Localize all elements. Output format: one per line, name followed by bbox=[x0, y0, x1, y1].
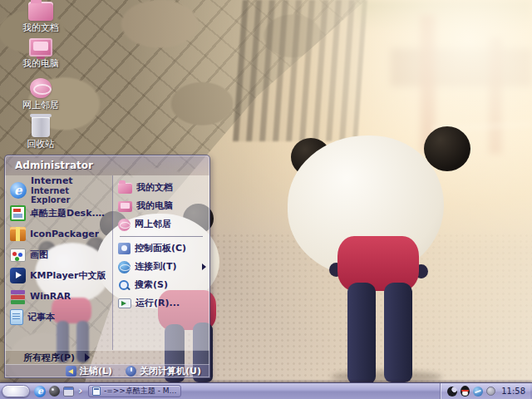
recycle-bin-icon bbox=[32, 116, 50, 137]
menu-item-winrar[interactable]: WinRAR bbox=[8, 286, 111, 307]
menu-item-label: 搜索(S) bbox=[135, 280, 168, 290]
all-programs-arrow-icon bbox=[85, 353, 90, 362]
menu-item-search[interactable]: 搜索(S) bbox=[116, 276, 208, 294]
menu-item-iconpackager[interactable]: IconPackager bbox=[8, 224, 111, 244]
menu-item-label: 运行(R)... bbox=[135, 298, 180, 308]
menu-item-paint[interactable]: 画图 bbox=[8, 244, 111, 265]
quick-launch-bar bbox=[32, 386, 86, 397]
network-places-icon bbox=[118, 219, 131, 231]
menu-item-my-documents[interactable]: 我的文档 bbox=[116, 179, 208, 197]
turn-off-computer-button[interactable]: 关闭计算机(U) bbox=[126, 365, 201, 377]
menu-item-label: 网上邻居 bbox=[135, 219, 171, 229]
panda-ear bbox=[424, 126, 470, 171]
menu-item-network-places[interactable]: 网上邻居 bbox=[116, 215, 208, 234]
run-icon bbox=[118, 298, 131, 308]
all-programs-button[interactable]: 所有程序(P) bbox=[5, 350, 209, 364]
messenger-tray-icon[interactable] bbox=[473, 387, 483, 397]
my-documents-icon bbox=[118, 183, 132, 194]
menu-item-label: Internet bbox=[31, 176, 109, 186]
menu-item-label: KMPlayer中文版 bbox=[30, 271, 106, 281]
menu-item-notepad[interactable]: 记事本 bbox=[8, 307, 111, 328]
winrar-icon bbox=[10, 289, 26, 304]
iconpackager-icon bbox=[10, 227, 26, 241]
log-off-label: 注销(L) bbox=[80, 365, 112, 377]
menu-item-connect-to[interactable]: 连接到(T) bbox=[116, 258, 208, 276]
input-method-tray-icon[interactable] bbox=[447, 387, 457, 397]
menu-item-label: 卓酷主题Desk.ZhuoKu.Com bbox=[30, 209, 109, 219]
submenu-arrow-icon bbox=[202, 264, 206, 270]
taskbar: -=>>卓酷主题 - Mi... 11:58 bbox=[0, 382, 532, 399]
my-computer-icon bbox=[118, 201, 132, 212]
qq-tray-icon[interactable] bbox=[461, 386, 470, 397]
menu-item-label: 连接到(T) bbox=[135, 262, 177, 272]
volume-tray-icon[interactable] bbox=[486, 387, 495, 396]
menu-item-label: WinRAR bbox=[30, 292, 71, 302]
desktop-icon-label: 我的电脑 bbox=[22, 59, 59, 69]
panda-scarf bbox=[337, 236, 419, 291]
quicklaunch-show-desktop-icon[interactable] bbox=[63, 387, 74, 397]
menu-item-label: 画图 bbox=[30, 250, 48, 260]
menu-item-label: 控制面板(C) bbox=[135, 244, 186, 254]
theme-app-icon bbox=[10, 205, 26, 221]
menu-item-kmplayer[interactable]: KMPlayer中文版 bbox=[8, 265, 111, 286]
menu-item-control-panel[interactable]: 控制面板(C) bbox=[116, 239, 208, 258]
my-documents-icon bbox=[28, 2, 53, 21]
start-menu-left-column: Internet Internet Explorer 卓酷主题Desk.Zhuo… bbox=[5, 175, 113, 350]
menu-item-zhuoku-theme[interactable]: 卓酷主题Desk.ZhuoKu.Com bbox=[8, 203, 111, 224]
log-off-icon bbox=[66, 366, 76, 377]
system-tray: 11:58 bbox=[440, 383, 530, 399]
log-off-button[interactable]: 注销(L) bbox=[66, 365, 112, 377]
menu-item-label: IconPackager bbox=[30, 229, 99, 239]
paint-icon bbox=[10, 249, 26, 262]
panda-leg bbox=[384, 283, 412, 382]
all-programs-label: 所有程序(P) bbox=[23, 352, 75, 364]
start-menu-footer: 注销(L) 关闭计算机(U) bbox=[5, 364, 209, 377]
window-page-icon bbox=[92, 387, 101, 396]
menu-item-my-computer[interactable]: 我的电脑 bbox=[116, 197, 208, 215]
network-places-icon bbox=[30, 78, 52, 98]
desktop-screen: 我的文档 我的电脑 网上邻居 回收站 Administrator Interne… bbox=[0, 0, 532, 399]
turn-off-icon bbox=[126, 366, 136, 377]
menu-item-run[interactable]: 运行(R)... bbox=[116, 294, 208, 313]
internet-explorer-icon bbox=[10, 182, 27, 199]
desktop-icon-label: 回收站 bbox=[27, 140, 55, 150]
menu-item-label: 记事本 bbox=[27, 313, 55, 323]
turn-off-label: 关闭计算机(U) bbox=[140, 365, 201, 377]
menu-item-sublabel: Internet Explorer bbox=[31, 186, 109, 204]
menu-item-internet-explorer[interactable]: Internet Internet Explorer bbox=[8, 178, 111, 203]
menu-item-label: 我的电脑 bbox=[136, 201, 173, 211]
desktop-icon-label: 网上邻居 bbox=[22, 101, 59, 111]
panda-leg bbox=[347, 283, 376, 384]
connect-to-icon bbox=[118, 261, 131, 273]
menu-item-label: 我的文档 bbox=[136, 183, 173, 193]
quicklaunch-overflow-chevron-icon[interactable] bbox=[77, 386, 84, 397]
desktop-icon-label: 我的文档 bbox=[22, 23, 59, 33]
taskbar-window-button[interactable]: -=>>卓酷主题 - Mi... bbox=[88, 385, 181, 397]
desktop-icon-network-places[interactable]: 网上邻居 bbox=[12, 78, 70, 111]
control-panel-icon bbox=[118, 243, 131, 254]
desktop-icon-recycle-bin[interactable]: 回收站 bbox=[12, 116, 70, 150]
start-menu-right-column: 我的文档 我的电脑 网上邻居 控制面板(C) 连接到(T) bbox=[113, 175, 209, 350]
panda-plush-large bbox=[283, 125, 475, 384]
notepad-icon bbox=[10, 309, 23, 325]
start-menu-columns: Internet Internet Explorer 卓酷主题Desk.Zhuo… bbox=[5, 175, 209, 350]
quicklaunch-media-player-icon[interactable] bbox=[49, 386, 60, 397]
start-menu: Administrator Internet Internet Explorer… bbox=[4, 155, 210, 378]
taskbar-window-label: -=>>卓酷主题 - Mi... bbox=[104, 386, 177, 397]
menu-divider bbox=[120, 236, 203, 237]
quicklaunch-internet-explorer-icon[interactable] bbox=[34, 386, 46, 397]
kmplayer-icon bbox=[10, 268, 26, 283]
taskbar-clock[interactable]: 11:58 bbox=[501, 387, 525, 396]
user-name: Administrator bbox=[15, 160, 93, 171]
desktop-icon-my-documents[interactable]: 我的文档 bbox=[12, 2, 70, 33]
my-computer-icon bbox=[29, 38, 52, 57]
start-button[interactable] bbox=[2, 385, 30, 397]
search-icon bbox=[118, 279, 131, 292]
start-menu-header: Administrator bbox=[5, 155, 209, 175]
desktop-icon-my-computer[interactable]: 我的电脑 bbox=[12, 38, 70, 69]
